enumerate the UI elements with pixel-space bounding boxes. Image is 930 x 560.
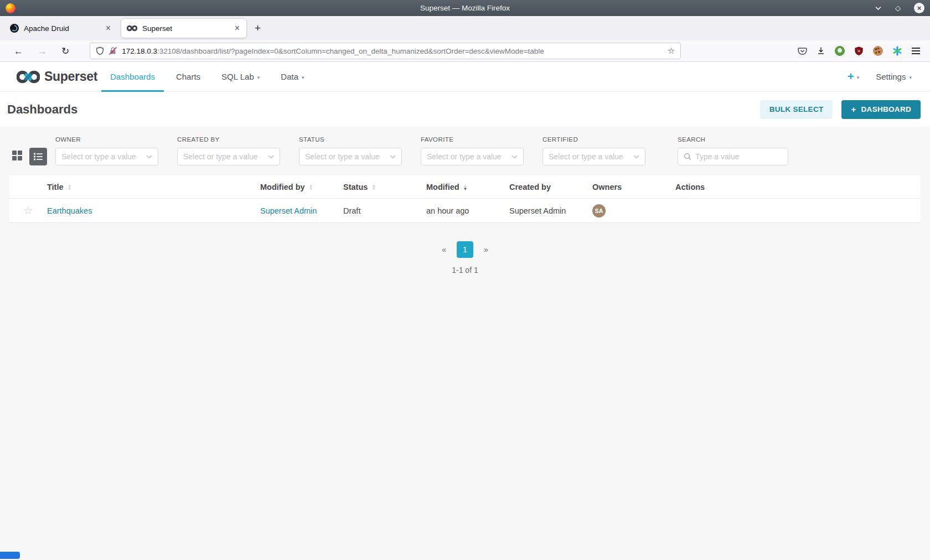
chevron-down-icon: ▾ — [257, 75, 260, 80]
owners-cell: SA — [592, 204, 675, 217]
browser-toolbar: ← → ↻ 172.18.0.3:32108/dashboard/list/?p… — [0, 40, 930, 62]
chevron-down-icon — [512, 155, 518, 159]
add-new-menu[interactable]: +▾ — [848, 70, 859, 83]
favorite-select[interactable]: Select or type a value — [421, 148, 524, 165]
plus-icon: + — [848, 70, 854, 83]
nav-item-dashboards[interactable]: Dashboards — [100, 62, 166, 92]
owner-avatar[interactable]: SA — [592, 204, 606, 217]
column-header-title[interactable]: Title▲▼ — [47, 183, 260, 191]
card-view-toggle[interactable] — [11, 149, 23, 162]
previous-page-button[interactable]: « — [438, 243, 450, 256]
modified-by-link[interactable]: Superset Admin — [260, 206, 343, 215]
list-view-toggle[interactable] — [29, 148, 47, 165]
filter-search: SEARCH — [678, 136, 788, 165]
menu-icon[interactable] — [912, 48, 920, 54]
column-header-owners: Owners — [592, 183, 675, 191]
chevron-down-icon: ▾ — [857, 75, 860, 80]
chevron-down-icon — [146, 155, 152, 159]
filter-created-by: CREATED BY Select or type a value — [177, 136, 280, 165]
superset-navbar: Superset Dashboards Charts SQL Lab▾ Data… — [0, 62, 930, 92]
certified-select[interactable]: Select or type a value — [542, 148, 645, 165]
cookie-extension-icon[interactable] — [873, 46, 883, 56]
filter-label: STATUS — [299, 136, 402, 143]
created-by-select[interactable]: Select or type a value — [177, 148, 280, 165]
tab-title: Apache Druid — [24, 24, 100, 33]
column-header-status[interactable]: Status▲▼ — [343, 183, 426, 191]
download-icon[interactable] — [817, 46, 825, 55]
tab-close-icon[interactable]: × — [105, 23, 112, 33]
dashboard-title-link[interactable]: Earthquakes — [47, 206, 260, 215]
list-icon — [33, 152, 43, 161]
favorite-star-icon[interactable]: ☆ — [9, 204, 47, 217]
owner-select[interactable]: Select or type a value — [55, 148, 158, 165]
tab-superset[interactable]: Superset × — [121, 18, 247, 38]
superset-logo-icon — [17, 70, 40, 84]
url-text[interactable]: 172.18.0.3:32108/dashboard/list/?pageInd… — [122, 47, 663, 55]
window-titlebar: Superset — Mozilla Firefox ◇ × — [0, 0, 930, 16]
back-icon[interactable]: ← — [7, 46, 30, 56]
window-maximize-button[interactable]: ◇ — [895, 4, 901, 12]
sort-icon: ▲▼ — [309, 184, 313, 191]
grid-icon — [12, 150, 23, 161]
chevron-down-icon: ▾ — [302, 75, 304, 80]
tab-apache-druid[interactable]: Apache Druid × — [4, 18, 117, 38]
table-header-row: Title▲▼ Modified by▲▼ Status▲▼ Modified▲… — [9, 175, 921, 199]
column-header-actions: Actions — [675, 183, 921, 191]
tab-close-icon[interactable]: × — [234, 23, 241, 33]
table-row[interactable]: ☆ Earthquakes Superset Admin Draft an ho… — [9, 199, 921, 223]
window-close-button[interactable]: × — [914, 3, 924, 13]
window-minimize-button[interactable] — [875, 4, 882, 12]
filter-favorite: FAVORITE Select or type a value — [421, 136, 524, 165]
created-by-cell: Superset Admin — [509, 206, 592, 215]
add-dashboard-button[interactable]: +DASHBOARD — [841, 100, 921, 119]
url-path: :32108/dashboard/list/?pageIndex=0&sortC… — [157, 47, 544, 55]
druid-favicon-icon — [10, 24, 19, 33]
filter-label: CERTIFIED — [542, 136, 645, 143]
tracking-shield-icon[interactable] — [96, 46, 104, 55]
settings-menu[interactable]: Settings▾ — [876, 72, 912, 81]
svg-text:u: u — [857, 48, 860, 53]
forward-icon[interactable]: → — [30, 46, 54, 56]
row-count-summary: 1-1 of 1 — [0, 266, 930, 274]
superset-brand[interactable]: Superset — [17, 69, 97, 84]
asterisk-extension-icon[interactable] — [892, 46, 902, 56]
brand-wordmark: Superset — [44, 69, 97, 84]
page-header: Dashboards BULK SELECT +DASHBOARD — [0, 92, 930, 127]
nav-item-sql-lab[interactable]: SQL Lab▾ — [211, 62, 270, 92]
url-bar[interactable]: 172.18.0.3:32108/dashboard/list/?pageInd… — [90, 43, 681, 59]
filter-status: STATUS Select or type a value — [299, 136, 402, 165]
column-header-modified[interactable]: Modified▲▼ — [426, 183, 509, 191]
column-header-created-by: Created by — [509, 183, 592, 191]
url-host: 172.18.0.3 — [122, 47, 157, 55]
pocket-icon[interactable] — [798, 46, 807, 56]
content-area: OWNER Select or type a value CREATED BY … — [0, 127, 930, 560]
bookmark-star-icon[interactable]: ☆ — [668, 46, 675, 56]
filter-bar: OWNER Select or type a value CREATED BY … — [0, 127, 930, 165]
nav-item-charts[interactable]: Charts — [166, 62, 211, 92]
column-header-modified-by[interactable]: Modified by▲▼ — [260, 183, 343, 191]
chevron-down-icon — [633, 155, 639, 159]
browser-status-stub — [0, 552, 20, 559]
sort-icon: ▲▼ — [371, 184, 376, 191]
search-input[interactable] — [695, 152, 782, 161]
browser-tab-bar: Apache Druid × Superset × + — [0, 16, 930, 40]
sort-icon: ▲▼ — [68, 184, 72, 191]
extension-green-icon[interactable] — [835, 46, 845, 56]
page-1-button[interactable]: 1 — [457, 241, 473, 258]
chevron-down-icon — [390, 155, 396, 159]
modified-cell: an hour ago — [426, 206, 509, 215]
insecure-lock-icon[interactable] — [108, 46, 117, 55]
page-title: Dashboards — [7, 102, 78, 117]
tab-title: Superset — [142, 24, 229, 33]
status-select[interactable]: Select or type a value — [299, 148, 402, 165]
sort-desc-icon: ▲▼ — [463, 184, 468, 191]
filter-label: CREATED BY — [177, 136, 280, 143]
ublock-shield-icon[interactable]: u — [854, 46, 864, 56]
nav-item-data[interactable]: Data▾ — [270, 62, 314, 92]
bulk-select-button[interactable]: BULK SELECT — [760, 100, 833, 119]
next-page-button[interactable]: » — [480, 243, 492, 256]
chevron-down-icon — [268, 155, 274, 159]
status-cell: Draft — [343, 206, 426, 215]
reload-icon[interactable]: ↻ — [54, 46, 76, 56]
new-tab-button[interactable]: + — [247, 22, 268, 34]
